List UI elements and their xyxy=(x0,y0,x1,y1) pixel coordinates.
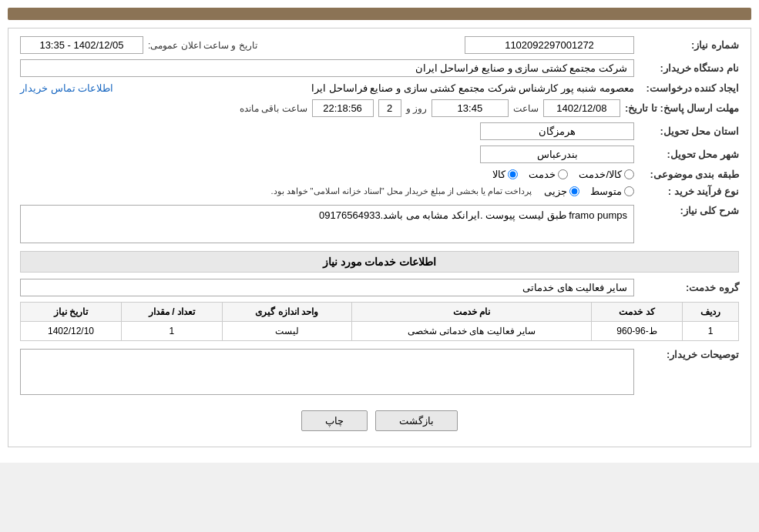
purchase-type-option-jozi[interactable]: جزیی xyxy=(544,186,579,197)
category-option-kala[interactable]: کالا xyxy=(492,169,518,180)
col-date: تاریخ نیاز xyxy=(21,303,122,322)
send-date-label: مهلت ارسال پاسخ: تا تاریخ: xyxy=(625,102,739,114)
delivery-city-label: شهر محل تحویل: xyxy=(639,149,739,160)
buyer-desc-value xyxy=(20,349,634,395)
purchase-type-label-jozi: جزیی xyxy=(544,186,567,197)
send-time-label: ساعت xyxy=(513,103,539,114)
request-number-label: شماره نیاز: xyxy=(639,39,739,51)
service-group-value: سایر فعالیت های خدماتی xyxy=(20,279,634,296)
category-label-kala-khedmat: کالا/خدمت xyxy=(579,169,622,180)
request-number-value: 1102092297001272 xyxy=(465,36,634,54)
send-days-value: 2 xyxy=(378,99,401,117)
buyer-name-value: شرکت مجتمع کشتی سازی و صنایع فراساحل ایر… xyxy=(20,59,634,77)
category-label-kala: کالا xyxy=(492,169,505,180)
purchase-type-label: نوع فرآیند خرید : xyxy=(639,186,739,197)
col-row: ردیف xyxy=(682,303,738,322)
col-qty: تعداد / مقدار xyxy=(121,303,222,322)
cell-quantity: 1 xyxy=(121,322,222,341)
category-radio-group: کالا/خدمت خدمت کالا xyxy=(492,169,634,180)
print-button[interactable]: چاپ xyxy=(301,410,368,431)
creator-value: معصومه شنبه پور کارشناس شرکت مجتمع کشتی … xyxy=(118,82,634,94)
description-label: شرح کلی نیاز: xyxy=(639,205,739,216)
announcement-date-value: 1402/12/05 - 13:35 xyxy=(20,36,143,54)
buttons-row: بازگشت چاپ xyxy=(20,403,739,439)
category-radio-khedmat[interactable] xyxy=(558,169,568,179)
category-label: طبقه بندی موضوعی: xyxy=(639,169,739,180)
purchase-type-radio-jozi[interactable] xyxy=(569,186,579,196)
col-code: کد خدمت xyxy=(592,303,683,322)
col-name: نام خدمت xyxy=(351,303,592,322)
purchase-type-note: پرداخت تمام یا بخشی از مبلغ خریدار محل "… xyxy=(270,186,532,196)
cell-unit: لیست xyxy=(222,322,351,341)
category-radio-kala-khedmat[interactable] xyxy=(624,169,634,179)
buyer-name-label: نام دستگاه خریدار: xyxy=(639,62,739,74)
send-date-value: 1402/12/08 xyxy=(543,99,620,117)
send-time-value: 13:45 xyxy=(432,99,509,117)
remaining-label: ساعت باقی مانده xyxy=(240,103,307,114)
purchase-type-label-motavaset: متوسط xyxy=(590,186,622,197)
delivery-city-value: بندرعباس xyxy=(480,146,634,163)
send-days-label: روز و xyxy=(406,103,427,114)
purchase-type-option-motavaset[interactable]: متوسط xyxy=(590,186,634,197)
creator-label: ایجاد کننده درخواست: xyxy=(639,82,739,94)
creator-contact-link[interactable]: اطلاعات تماس خریدار xyxy=(20,82,113,94)
service-group-label: گروه خدمت: xyxy=(639,282,739,293)
services-table: ردیف کد خدمت نام خدمت واحد اندازه گیری ت… xyxy=(20,302,739,341)
table-row: 1ط-96-960سایر فعالیت های خدماتی شخصیلیست… xyxy=(21,322,739,341)
category-radio-kala[interactable] xyxy=(508,169,518,179)
category-option-khedmat[interactable]: خدمت xyxy=(529,169,568,180)
services-section-title: اطلاعات خدمات مورد نیاز xyxy=(20,251,739,273)
delivery-province-value: هرمزگان xyxy=(480,122,634,140)
category-label-khedmat: خدمت xyxy=(529,169,556,180)
remaining-value: 22:18:56 xyxy=(312,99,374,117)
announcement-date-label: تاریخ و ساعت اعلان عمومی: xyxy=(148,40,257,51)
cell-name: سایر فعالیت های خدماتی شخصی xyxy=(351,322,592,341)
cell-code: ط-96-960 xyxy=(592,322,683,341)
category-option-kala-khedmat[interactable]: کالا/خدمت xyxy=(579,169,634,180)
col-unit: واحد اندازه گیری xyxy=(222,303,351,322)
purchase-type-radio-group: متوسط جزیی xyxy=(544,186,634,197)
cell-row: 1 xyxy=(682,322,738,341)
purchase-type-radio-motavaset[interactable] xyxy=(624,186,634,196)
back-button[interactable]: بازگشت xyxy=(375,410,458,431)
page-header xyxy=(8,8,751,20)
description-value: framo pumps طبق لیست پیوست .ایرانکد مشاب… xyxy=(20,205,634,243)
buyer-desc-label: توصیحات خریدار: xyxy=(639,349,739,360)
delivery-province-label: استان محل تحویل: xyxy=(639,125,739,137)
cell-date: 1402/12/10 xyxy=(21,322,122,341)
